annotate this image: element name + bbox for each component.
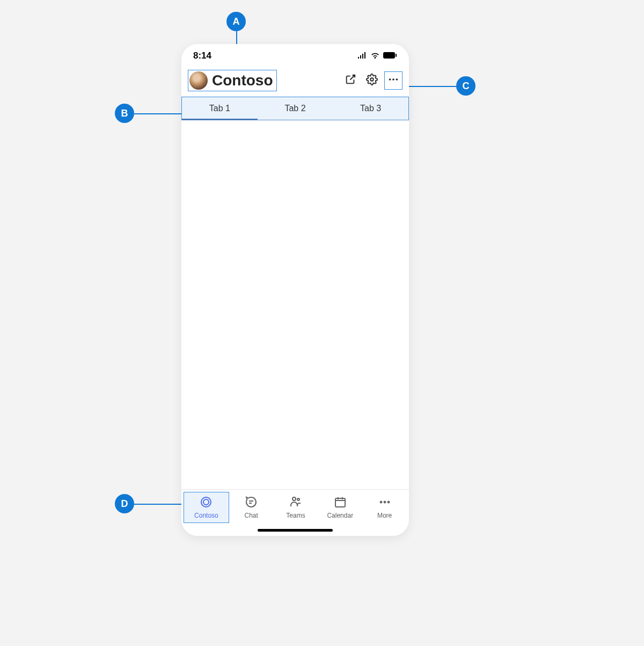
settings-button[interactable] bbox=[363, 71, 381, 90]
status-icons bbox=[357, 50, 397, 61]
callout-b-line bbox=[134, 113, 182, 114]
callout-b-label: B bbox=[121, 108, 128, 119]
svg-point-13 bbox=[387, 501, 390, 503]
bottom-nav: Contoso Chat Teams Calendar More bbox=[181, 489, 409, 524]
nav-more-icon bbox=[378, 496, 391, 510]
gear-icon bbox=[366, 74, 378, 88]
teams-icon bbox=[289, 496, 302, 510]
phone-frame: 8:14 Contoso bbox=[181, 44, 409, 536]
home-indicator[interactable] bbox=[181, 524, 409, 536]
callout-b: B bbox=[115, 104, 134, 123]
popout-icon bbox=[345, 74, 356, 88]
wifi-icon bbox=[370, 50, 380, 61]
popout-button[interactable] bbox=[341, 71, 360, 90]
callout-d-line bbox=[134, 504, 184, 505]
nav-chat-label: Chat bbox=[245, 512, 258, 519]
callout-d-label: D bbox=[121, 498, 128, 510]
nav-calendar[interactable]: Calendar bbox=[318, 492, 362, 523]
callout-c-label: C bbox=[463, 81, 470, 92]
svg-rect-1 bbox=[396, 54, 397, 57]
battery-icon bbox=[383, 50, 397, 61]
callout-c: C bbox=[456, 76, 475, 96]
svg-rect-10 bbox=[335, 498, 345, 507]
callout-a-label: A bbox=[233, 16, 240, 27]
title-group[interactable]: Contoso bbox=[188, 70, 277, 91]
signal-icon bbox=[357, 50, 367, 61]
tab-3[interactable]: Tab 3 bbox=[333, 97, 408, 120]
contoso-icon bbox=[200, 496, 213, 510]
nav-more-label: More bbox=[377, 512, 392, 519]
nav-contoso-label: Contoso bbox=[194, 512, 218, 519]
svg-point-2 bbox=[370, 78, 374, 81]
tab-1[interactable]: Tab 1 bbox=[182, 97, 258, 120]
nav-teams-label: Teams bbox=[286, 512, 305, 519]
svg-point-11 bbox=[380, 501, 382, 503]
svg-point-4 bbox=[392, 78, 394, 81]
chat-icon bbox=[245, 496, 258, 510]
callout-a: A bbox=[226, 12, 246, 31]
more-button[interactable] bbox=[384, 71, 402, 90]
status-bar: 8:14 bbox=[181, 44, 409, 68]
avatar[interactable] bbox=[189, 71, 208, 90]
svg-point-6 bbox=[201, 497, 211, 507]
tab-3-label: Tab 3 bbox=[360, 104, 381, 113]
svg-point-8 bbox=[292, 497, 296, 500]
svg-point-9 bbox=[297, 498, 299, 500]
callout-d: D bbox=[115, 494, 134, 513]
app-title: Contoso bbox=[212, 72, 273, 89]
more-icon bbox=[387, 74, 399, 88]
nav-chat[interactable]: Chat bbox=[229, 492, 274, 523]
nav-contoso[interactable]: Contoso bbox=[184, 492, 229, 523]
nav-teams[interactable]: Teams bbox=[274, 492, 318, 523]
svg-point-5 bbox=[396, 78, 398, 81]
tab-2[interactable]: Tab 2 bbox=[258, 97, 333, 120]
svg-point-3 bbox=[389, 78, 391, 81]
svg-point-7 bbox=[203, 499, 209, 505]
tab-bar: Tab 1 Tab 2 Tab 3 bbox=[181, 97, 409, 120]
calendar-icon bbox=[334, 496, 347, 510]
svg-rect-0 bbox=[383, 52, 395, 59]
tab-2-label: Tab 2 bbox=[284, 104, 305, 113]
content-area bbox=[181, 120, 409, 489]
svg-point-12 bbox=[384, 501, 386, 503]
tab-1-label: Tab 1 bbox=[209, 104, 230, 113]
nav-calendar-label: Calendar bbox=[327, 512, 353, 519]
nav-more[interactable]: More bbox=[362, 492, 407, 523]
app-header: Contoso bbox=[181, 68, 409, 97]
callout-c-line bbox=[403, 86, 456, 87]
status-time: 8:14 bbox=[193, 50, 211, 61]
